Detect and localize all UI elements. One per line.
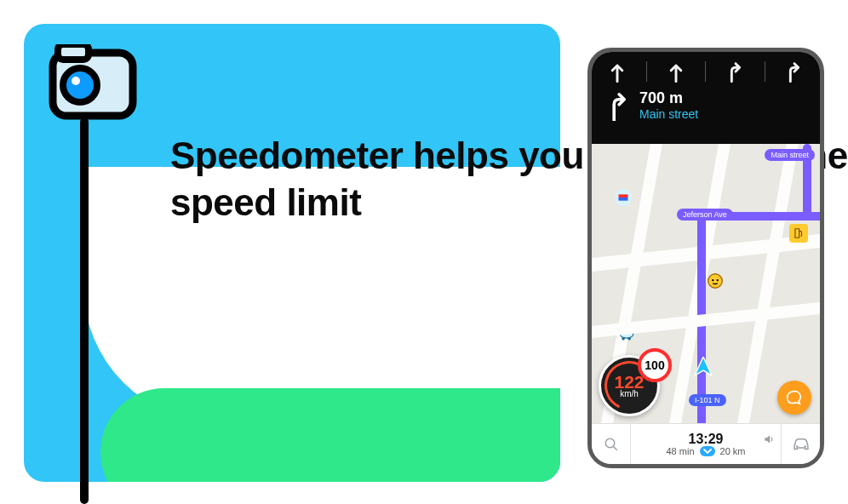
svg-point-14: [627, 337, 631, 341]
my-waze-button[interactable]: [781, 424, 820, 464]
police-icon: [614, 188, 633, 207]
search-icon: [604, 437, 619, 452]
expand-icon: [700, 446, 715, 456]
lane-right-icon: [724, 59, 748, 84]
svg-point-4: [72, 77, 80, 85]
svg-point-15: [605, 438, 615, 448]
speed-camera-icon: [48, 44, 141, 504]
map-canvas[interactable]: Main street Jeferson Ave I-101 N 122 km/…: [592, 144, 820, 423]
report-button[interactable]: [777, 381, 811, 415]
svg-point-16: [796, 445, 798, 447]
street-label-main: Main street: [765, 149, 815, 161]
eta-panel[interactable]: 13:29 48 min 20 km: [631, 432, 781, 457]
lane-straight-icon: [605, 59, 629, 84]
svg-point-12: [628, 331, 630, 333]
lane-straight-icon: [664, 59, 688, 84]
next-turn-street: Main street: [639, 107, 698, 121]
svg-rect-7: [619, 198, 628, 201]
speed-limit-badge: 100: [638, 348, 672, 382]
sound-button[interactable]: [762, 433, 776, 448]
report-icon: [786, 389, 803, 406]
next-turn-distance: 700 m: [639, 89, 698, 107]
trip-duration: 48 min: [667, 446, 695, 456]
current-speed-value: 122: [614, 373, 644, 391]
svg-rect-0: [80, 117, 89, 504]
current-location-icon: [694, 357, 713, 381]
svg-rect-6: [619, 194, 628, 198]
route-shield: I-101 N: [689, 394, 726, 406]
svg-point-11: [623, 331, 625, 333]
turn-right-icon: [605, 90, 631, 121]
eta-time: 13:29: [631, 432, 781, 447]
street-label-jefferson: Jeferson Ave: [677, 209, 733, 220]
svg-point-9: [712, 279, 713, 281]
svg-point-3: [63, 68, 97, 102]
svg-point-10: [717, 279, 719, 281]
lane-guidance: [592, 52, 820, 84]
turn-by-turn-panel: 700 m Main street: [592, 52, 820, 144]
speed-unit: km/h: [620, 389, 639, 398]
svg-rect-2: [58, 44, 89, 60]
svg-point-13: [622, 337, 625, 341]
phone-mockup: 700 m Main street Main street Jeferson A…: [587, 48, 824, 468]
search-button[interactable]: [592, 424, 631, 464]
speaker-icon: [762, 433, 776, 445]
svg-point-17: [804, 445, 805, 447]
wazer-icon: [617, 323, 636, 341]
hazard-icon: [706, 272, 725, 290]
bottom-bar: 13:29 48 min 20 km: [592, 423, 820, 464]
trip-distance: 20 km: [720, 446, 746, 456]
lane-right-icon: [782, 59, 806, 84]
gas-station-icon: [789, 224, 808, 243]
svg-point-8: [708, 274, 723, 289]
car-icon: [792, 438, 811, 451]
